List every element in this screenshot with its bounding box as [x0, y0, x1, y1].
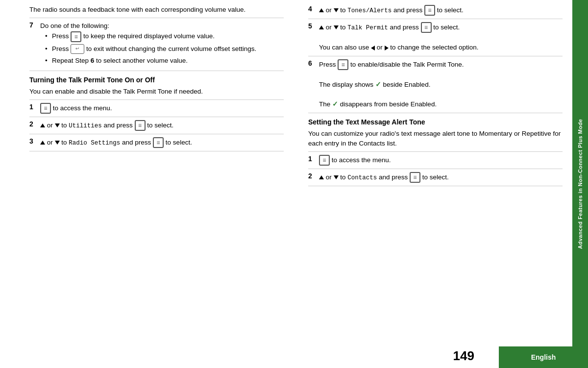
- step-7-bullets: Press to keep the required displayed vol…: [45, 31, 284, 66]
- bullet-1: Press to keep the required displayed vol…: [45, 31, 284, 42]
- right-step-5-row: 5 or to Talk Permit and press to select.…: [308, 22, 563, 53]
- intro-text: The radio sounds a feedback tone with ea…: [29, 5, 284, 15]
- section2-intro: You can customize your radio's text mess…: [308, 129, 563, 149]
- section-title-2: Setting the Text Message Alert Tone: [308, 118, 563, 126]
- right-step-5-num: 5: [308, 22, 315, 53]
- arrow-down-r4: [334, 8, 339, 12]
- right-s2-step-2-row: 2 or to Contacts and press to select.: [308, 172, 563, 183]
- arrow-down-r5: [334, 25, 339, 29]
- menu-icon-r-s2-1: [319, 155, 330, 166]
- step-5-extra: You can also use or to change the select…: [319, 44, 479, 51]
- step-7-content: Do one of the following: Press to keep t…: [40, 21, 284, 68]
- arrow-up-r4: [319, 8, 324, 12]
- menu-icon-l1: [40, 103, 51, 114]
- arrow-up-l2: [40, 123, 45, 127]
- bullet-1-text: Press to keep the required displayed vol…: [52, 32, 215, 40]
- main-content: The radio sounds a feedback tone with ea…: [0, 0, 572, 368]
- arrow-up-r-s2-2: [319, 175, 324, 179]
- left-step-2-row: 2 or to Utilities and press to select.: [29, 120, 284, 131]
- checkmark-1: ✓: [375, 81, 381, 88]
- left-step-2-content: or to Utilities and press to select.: [40, 120, 284, 131]
- talk-permit-code: Talk Permit: [347, 25, 388, 31]
- arrow-right-r5: [385, 46, 389, 50]
- right-s2-step-2-content: or to Contacts and press to select.: [319, 172, 563, 183]
- section-intro-1: You can enable and disable the Talk Perm…: [29, 87, 284, 97]
- menu-icon-l2: [135, 120, 146, 131]
- right-s2-step-1-content: to access the menu.: [319, 155, 563, 166]
- step-7-label: Do one of the following:: [40, 22, 109, 29]
- section-title-1: Turning the Talk Permit Tone On or Off: [29, 76, 284, 84]
- sidebar-text: Advanced Features in Non-Connect Plus Mo…: [577, 119, 583, 249]
- right-s2-step-1-text: to access the menu.: [332, 156, 391, 164]
- right-step-4-row: 4 or to Tones/Alerts and press to select…: [308, 5, 563, 16]
- left-step-3-row: 3 or to Radio Settings and press to sele…: [29, 137, 284, 148]
- right-s2-step-2-num: 2: [308, 172, 315, 183]
- english-badge: English: [499, 346, 588, 368]
- tones-alerts-code: Tones/Alerts: [347, 7, 392, 14]
- step-7-row: 7 Do one of the following: Press to keep…: [29, 21, 284, 68]
- english-label: English: [531, 353, 556, 361]
- arrow-down-l3: [55, 141, 60, 145]
- page-number-area: 149: [0, 346, 499, 368]
- left-step-2-num: 2: [29, 120, 36, 131]
- back-icon-1: ↩: [71, 44, 84, 54]
- bottom-bar: 149 English: [0, 346, 588, 368]
- bullet-2: Press ↩ to exit without changing the cur…: [45, 44, 284, 54]
- left-step-1-content: to access the menu.: [40, 103, 284, 114]
- step-7-num: 7: [29, 21, 36, 68]
- utilities-code: Utilities: [69, 123, 102, 129]
- arrow-up-r5: [319, 25, 324, 29]
- right-step-4-content: or to Tones/Alerts and press to select.: [319, 5, 563, 16]
- right-s2-step-1-num: 1: [308, 155, 315, 166]
- left-column: The radio sounds a feedback tone with ea…: [29, 5, 289, 363]
- arrow-up-l3: [40, 141, 45, 145]
- step-6-sub2: The ✓ disappears from beside Enabled.: [319, 100, 437, 108]
- left-step-1-row: 1 to access the menu.: [29, 103, 284, 114]
- right-step-5-content: or to Talk Permit and press to select. Y…: [319, 22, 563, 53]
- right-step-6-content: Press to enable/disable the Talk Permit …: [319, 59, 563, 110]
- page-container: The radio sounds a feedback tone with ea…: [0, 0, 588, 368]
- right-column: 4 or to Tones/Alerts and press to select…: [303, 5, 563, 363]
- page-number: 149: [453, 348, 474, 364]
- right-step-6-num: 6: [308, 59, 315, 110]
- menu-icon-r5: [421, 22, 432, 33]
- menu-icon-l3: [153, 137, 164, 148]
- right-step-4-num: 4: [308, 5, 315, 16]
- arrow-down-l2: [55, 123, 60, 127]
- left-step-3-content: or to Radio Settings and press to select…: [40, 137, 284, 148]
- bullet-2-text: Press ↩ to exit without changing the cur…: [52, 45, 256, 52]
- step-6-sub1: The display shows ✓ beside Enabled.: [319, 81, 430, 88]
- right-s2-step-1-row: 1 to access the menu.: [308, 155, 563, 166]
- bullet-3-text: Repeat Step 6 to select another volume v…: [52, 57, 188, 64]
- menu-icon-r4: [424, 5, 435, 16]
- arrow-left-r5: [371, 46, 375, 50]
- menu-icon-r-s2-2: [410, 172, 420, 183]
- checkmark-2: ✓: [332, 100, 338, 108]
- right-step-6-row: 6 Press to enable/disable the Talk Permi…: [308, 59, 563, 110]
- arrow-down-r-s2-2: [334, 175, 339, 179]
- menu-icon-r6: [338, 59, 348, 70]
- bullet-3: Repeat Step 6 to select another volume v…: [45, 56, 284, 66]
- radio-settings-code: Radio Settings: [69, 140, 120, 147]
- left-step-1-num: 1: [29, 103, 36, 114]
- contacts-code: Contacts: [347, 174, 377, 181]
- left-step-1-text: to access the menu.: [53, 104, 112, 112]
- left-step-3-num: 3: [29, 137, 36, 148]
- sidebar-right: Advanced Features in Non-Connect Plus Mo…: [572, 0, 588, 368]
- menu-icon-1: [71, 31, 81, 42]
